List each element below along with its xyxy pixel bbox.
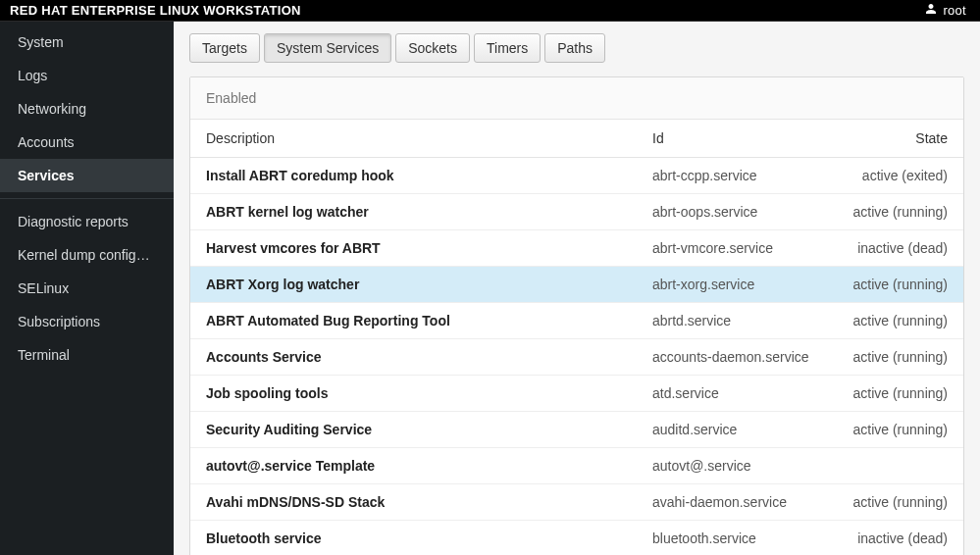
sidebar-item-system[interactable]: System (0, 25, 174, 59)
tab-targets[interactable]: Targets (189, 33, 260, 63)
user-icon (925, 3, 937, 18)
service-description: ABRT Automated Bug Reporting Tool (206, 313, 652, 328)
service-state: active (running) (839, 277, 948, 292)
sidebar-item-logs[interactable]: Logs (0, 59, 174, 92)
user-name: root (943, 3, 966, 18)
service-description: Security Auditing Service (206, 422, 652, 437)
service-id: abrt-vmcore.service (652, 240, 839, 256)
service-state: active (running) (839, 204, 948, 220)
service-id: abrtd.service (652, 313, 839, 328)
service-id: abrt-oops.service (652, 204, 839, 220)
table-row[interactable]: ABRT kernel log watcherabrt-oops.service… (190, 194, 963, 230)
table-row[interactable]: Harvest vmcores for ABRTabrt-vmcore.serv… (190, 230, 963, 267)
panel-section-label: Enabled (190, 77, 963, 120)
service-state: active (running) (839, 313, 948, 328)
service-description: Install ABRT coredump hook (206, 168, 652, 183)
service-description: Accounts Service (206, 349, 652, 365)
tab-timers[interactable]: Timers (474, 33, 541, 63)
col-header-state[interactable]: State (839, 130, 948, 146)
sidebar-divider (0, 198, 174, 199)
sidebar-item-selinux[interactable]: SELinux (0, 272, 174, 305)
service-description: autovt@.service Template (206, 458, 652, 474)
table-row[interactable]: ABRT Xorg log watcherabrt-xorg.serviceac… (190, 267, 963, 303)
service-state: active (running) (839, 349, 948, 365)
sidebar: SystemLogsNetworkingAccountsServices Dia… (0, 22, 174, 555)
service-state (839, 458, 948, 474)
service-id: avahi-daemon.service (652, 494, 839, 510)
os-title: RED HAT ENTERPRISE LINUX WORKSTATION (10, 3, 921, 18)
table-row[interactable]: ABRT Automated Bug Reporting Toolabrtd.s… (190, 303, 963, 339)
service-id: auditd.service (652, 422, 839, 437)
sidebar-item-terminal[interactable]: Terminal (0, 338, 174, 372)
service-description: ABRT Xorg log watcher (206, 277, 652, 292)
sidebar-item-subscriptions[interactable]: Subscriptions (0, 305, 174, 338)
table-row[interactable]: Job spooling toolsatd.serviceactive (run… (190, 376, 963, 412)
tabs: TargetsSystem ServicesSocketsTimersPaths (189, 33, 964, 63)
service-description: ABRT kernel log watcher (206, 204, 652, 220)
sidebar-item-services[interactable]: Services (0, 159, 174, 192)
tab-sockets[interactable]: Sockets (395, 33, 470, 63)
service-description: Avahi mDNS/DNS-SD Stack (206, 494, 652, 510)
col-header-id[interactable]: Id (652, 130, 839, 146)
service-id: bluetooth.service (652, 530, 839, 546)
service-state: active (exited) (839, 168, 948, 183)
service-description: Harvest vmcores for ABRT (206, 240, 652, 256)
main-content: TargetsSystem ServicesSocketsTimersPaths… (174, 22, 980, 555)
col-header-description[interactable]: Description (206, 130, 652, 146)
table-row[interactable]: Install ABRT coredump hookabrt-ccpp.serv… (190, 158, 963, 194)
shell: SystemLogsNetworkingAccountsServices Dia… (0, 22, 980, 555)
sidebar-item-diagnostic-reports[interactable]: Diagnostic reports (0, 205, 174, 238)
service-description: Bluetooth service (206, 530, 652, 546)
service-description: Job spooling tools (206, 385, 652, 401)
table-row[interactable]: Accounts Serviceaccounts-daemon.servicea… (190, 339, 963, 376)
table-row[interactable]: autovt@.service Templateautovt@.service (190, 448, 963, 484)
table-row[interactable]: Avahi mDNS/DNS-SD Stackavahi-daemon.serv… (190, 484, 963, 521)
service-id: accounts-daemon.service (652, 349, 839, 365)
service-id: abrt-ccpp.service (652, 168, 839, 183)
service-state: active (running) (839, 385, 948, 401)
tab-paths[interactable]: Paths (544, 33, 605, 63)
table-row[interactable]: Security Auditing Serviceauditd.servicea… (190, 412, 963, 448)
service-state: inactive (dead) (839, 530, 948, 546)
services-panel: Enabled Description Id State Install ABR… (189, 76, 964, 555)
top-bar: RED HAT ENTERPRISE LINUX WORKSTATION roo… (0, 0, 980, 22)
service-id: atd.service (652, 385, 839, 401)
service-state: active (running) (839, 422, 948, 437)
user-menu[interactable]: root (921, 3, 970, 18)
service-id: autovt@.service (652, 458, 839, 474)
sidebar-item-networking[interactable]: Networking (0, 92, 174, 126)
service-id: abrt-xorg.service (652, 277, 839, 292)
table-row[interactable]: Bluetooth servicebluetooth.serviceinacti… (190, 521, 963, 555)
sidebar-item-kernel-dump-configura[interactable]: Kernel dump configura… (0, 238, 174, 272)
table-header: Description Id State (190, 120, 963, 158)
service-state: active (running) (839, 494, 948, 510)
service-state: inactive (dead) (839, 240, 948, 256)
table-body[interactable]: Install ABRT coredump hookabrt-ccpp.serv… (190, 158, 963, 555)
tab-system-services[interactable]: System Services (264, 33, 391, 63)
sidebar-item-accounts[interactable]: Accounts (0, 126, 174, 159)
